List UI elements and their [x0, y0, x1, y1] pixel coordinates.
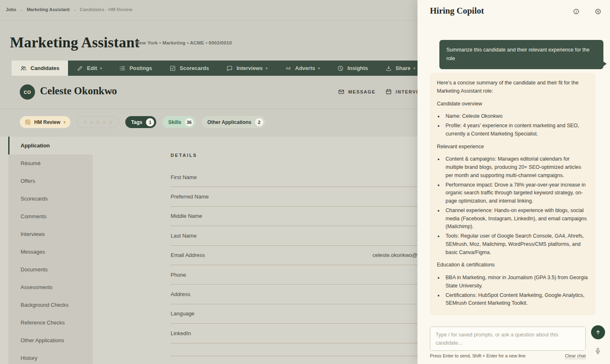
section-divider [0, 109, 418, 109]
sidebar-item-other-applications[interactable]: Other Applications [8, 331, 93, 349]
tab-edit[interactable]: Edit▾ [68, 61, 110, 76]
star-icon[interactable]: ★ [101, 119, 107, 125]
input-helper-text: Press Enter to send, Shift + Enter for a… [430, 353, 526, 358]
pie-chart-icon [337, 65, 344, 72]
person-icon[interactable] [109, 89, 115, 95]
page-title: Marketing Assistant [10, 34, 140, 51]
tab-candidates[interactable]: Candidates [12, 61, 68, 76]
field-row-preferred-name[interactable]: Preferred Name [171, 187, 418, 206]
send-button[interactable] [591, 325, 605, 339]
breadcrumb-separator: → [73, 7, 77, 12]
sidebar-item-interviews[interactable]: Interviews [8, 225, 93, 243]
tab-scorecards[interactable]: Scorecards [161, 61, 218, 76]
field-row-first-name[interactable]: First Name [171, 168, 418, 187]
other-applications-pill[interactable]: Other Applications 2 [202, 116, 265, 128]
tab-insights[interactable]: Insights [328, 61, 377, 76]
sidebar-item-label: Comments [21, 213, 47, 219]
skills-pill[interactable]: Skills 36 [162, 116, 195, 128]
star-icon[interactable]: ★ [89, 119, 94, 125]
rating-pill[interactable]: ★★★★★ [77, 116, 119, 128]
sidebar-item-reference-checks[interactable]: Reference Checks [8, 314, 93, 331]
sidebar-item-scorecards[interactable]: Scorecards [8, 190, 93, 208]
breadcrumb-jobs[interactable]: Jobs [6, 7, 16, 12]
tab-label: Interviews [237, 65, 263, 71]
copilot-title: Hiring Copilot [430, 6, 484, 16]
interview-button-label: Interview [396, 89, 418, 94]
star-icon[interactable]: ★ [95, 119, 101, 125]
star-icon[interactable]: ★ [82, 119, 88, 125]
sidebar-item-history[interactable]: History [8, 349, 93, 364]
tab-label: Postings [129, 65, 152, 71]
other-applications-label: Other Applications [207, 119, 251, 125]
tab-interviews[interactable]: Interviews▾ [218, 61, 276, 76]
tags-pill[interactable]: Tags 1 [125, 116, 156, 128]
interview-button[interactable]: Interview [385, 89, 418, 95]
details-field-rows: First NamePreferred NameMiddle NameLast … [171, 168, 418, 356]
sidebar-item-assessments[interactable]: Assessments [8, 278, 93, 296]
breadcrumb: Jobs → Marketing Assistant → Candidates … [6, 7, 132, 12]
tab-bar: CandidatesEdit▾PostingsScorecardsIntervi… [12, 61, 418, 76]
stage-pill[interactable]: HM Review ▾ [20, 116, 70, 128]
chevron-down-icon: ▾ [413, 66, 415, 70]
field-row-phone[interactable]: Phone [171, 265, 418, 285]
sidebar-item-label: Application [21, 142, 50, 149]
tab-postings[interactable]: Postings [110, 61, 161, 76]
sidebar-item-label: Other Applications [21, 337, 64, 343]
tab-label: Adverts [295, 65, 315, 71]
sidebar-item-label: Assessments [21, 284, 52, 290]
field-label: Address [171, 291, 190, 297]
info-icon[interactable] [573, 8, 580, 15]
field-row-last-name[interactable]: Last Name [171, 226, 418, 245]
field-row-language[interactable]: Language [171, 304, 418, 324]
field-row-ghost [171, 343, 418, 356]
avatar: CO [20, 84, 35, 100]
header-divider [0, 20, 418, 21]
field-label: Phone [171, 272, 186, 278]
sidebar-item-r-sum[interactable]: Résumé [8, 154, 93, 172]
field-row-middle-name[interactable]: Middle Name [171, 207, 418, 226]
message-button[interactable]: Message [338, 89, 375, 95]
check-square-icon [169, 65, 176, 72]
microphone-icon[interactable] [594, 348, 601, 355]
sidebar-item-label: Documents [21, 266, 48, 273]
tab-share[interactable]: Share▾ [377, 61, 418, 76]
calendar-icon [385, 89, 392, 95]
response-heading: Education & certifications [437, 261, 589, 269]
response-bullet-list: BBA in Marketing, minor in Journalism (G… [437, 274, 589, 308]
skills-count-badge: 36 [185, 118, 193, 126]
sidebar-item-background-checks[interactable]: Background Checks [8, 296, 93, 314]
field-label: Last Name [171, 233, 197, 239]
skills-label: Skills [168, 119, 181, 125]
sidebar-item-label: Résumé [21, 160, 40, 166]
clear-chat-link[interactable]: Clear chat [554, 353, 586, 358]
candidate-section-nav: ApplicationRésuméOffersScorecardsComment… [8, 137, 93, 364]
sidebar-item-application[interactable]: Application [8, 137, 93, 154]
message-button-label: Message [348, 89, 375, 94]
sidebar-item-documents[interactable]: Documents [8, 261, 93, 278]
star-icon[interactable]: ★ [108, 119, 113, 125]
sidebar-item-comments[interactable]: Comments [8, 208, 93, 225]
close-icon[interactable] [595, 8, 601, 15]
field-row-linkedin[interactable]: LinkedIn [171, 324, 418, 343]
tab-label: Scorecards [180, 65, 209, 71]
sidebar-item-messages[interactable]: Messages [8, 243, 93, 261]
tab-adverts[interactable]: AdAdverts▾ [276, 61, 328, 76]
field-row-email-address[interactable]: Email Addressceleste.okonkwo@ [171, 246, 418, 265]
stage-label: HM Review [34, 119, 60, 125]
chevron-down-icon: ▾ [318, 66, 320, 70]
field-row-address[interactable]: Address [171, 285, 418, 304]
copilot-input[interactable] [430, 327, 586, 351]
response-paragraph: Here’s a concise summary of the candidat… [437, 79, 589, 96]
tags-count-badge: 1 [146, 118, 154, 126]
tab-label: Insights [347, 65, 368, 71]
response-bullet-item: BBA in Marketing, minor in Journalism (G… [443, 274, 589, 290]
sidebar-item-label: Scorecards [21, 196, 48, 202]
breadcrumb-job-title[interactable]: Marketing Assistant [27, 7, 70, 12]
field-label: Email Address [171, 252, 205, 258]
svg-text:Ad: Ad [286, 66, 290, 70]
main-content: Jobs → Marketing Assistant → Candidates … [0, 0, 418, 364]
response-bullet-item: Certifications: HubSpot Content Marketin… [443, 292, 589, 308]
tab-label: Share [396, 65, 411, 71]
hiring-copilot-panel: Hiring Copilot Summarize this candidate … [418, 0, 610, 364]
sidebar-item-offers[interactable]: Offers [8, 172, 93, 190]
